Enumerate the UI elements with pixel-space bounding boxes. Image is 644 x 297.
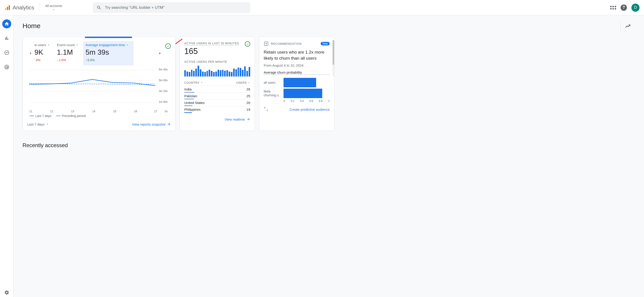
metric-value: 5m 39s xyxy=(86,48,129,56)
left-nav xyxy=(0,15,14,297)
rec-chart-label: Average churn probability xyxy=(264,70,330,75)
bar-chart-icon xyxy=(4,36,9,41)
rec-axis: 00.20.40.60.81 xyxy=(264,100,330,102)
bar-likely-churning xyxy=(284,89,322,98)
add-chart-icon xyxy=(264,41,269,46)
metric-engagement-time[interactable]: Average engagement time 5m 39s ↑ 6.5% xyxy=(83,41,134,66)
caret-down-icon xyxy=(46,122,49,126)
header-right: ? D xyxy=(610,4,640,12)
realtime-label: ACTIVE USERS IN LAST 30 MINUTES xyxy=(184,42,239,46)
table-row[interactable]: India26 xyxy=(184,86,250,92)
churn-bar-chart[interactable]: all users likely churning u... 00.20.40.… xyxy=(264,78,330,102)
recommendation-card: RECOMMENDATION New Retain users who are … xyxy=(259,36,334,131)
insights-button[interactable] xyxy=(620,22,635,32)
insights-icon xyxy=(625,24,630,29)
account-label: All accounts xyxy=(45,4,62,8)
view-reports-link[interactable]: View reports snapshot xyxy=(132,122,171,126)
svg-text:17: 17 xyxy=(154,110,157,113)
expand-icon xyxy=(264,107,268,111)
svg-rect-2 xyxy=(8,5,10,10)
table-row[interactable]: Pakistan25 xyxy=(184,92,250,99)
trend-icon xyxy=(4,50,9,55)
data-quality-badge[interactable] xyxy=(245,41,250,46)
help-icon[interactable]: ? xyxy=(620,4,627,11)
view-realtime-link[interactable]: View realtime xyxy=(224,117,250,121)
svg-text:3m 20s: 3m 20s xyxy=(159,90,168,93)
metric-new-users[interactable]: w users 9K '.4% xyxy=(32,41,55,66)
svg-rect-1 xyxy=(7,6,8,10)
create-audience-link[interactable]: Create predictive audience xyxy=(290,108,330,112)
account-selector[interactable]: All accounts xyxy=(45,4,62,11)
cards-row: w users 9K '.4% Event count 1.1M ↓ 1.6% … xyxy=(22,36,635,131)
realtime-value: 165 xyxy=(184,46,239,56)
metric-delta: ↓ 1.6% xyxy=(57,58,79,62)
table-row[interactable]: Philippines19 xyxy=(184,106,250,113)
check-icon xyxy=(246,42,249,46)
search-bar[interactable] xyxy=(93,2,250,13)
scrollbar[interactable] xyxy=(332,40,334,76)
date-range-select[interactable]: Last 7 days xyxy=(27,122,49,126)
svg-text:15: 15 xyxy=(113,110,116,113)
search-icon xyxy=(96,5,102,10)
card-footer: Last 7 days View reports snapshot xyxy=(27,121,171,126)
check-icon xyxy=(166,44,170,48)
legend-current: Last 7 days xyxy=(30,114,52,118)
per-minute-label: ACTIVE USERS PER MINUTE xyxy=(184,60,250,64)
line-chart[interactable]: 6m 40s 5m 00s 3m 20s 1m 40s 0s xyxy=(27,68,171,113)
svg-text:1m 40s: 1m 40s xyxy=(159,100,168,104)
chevron-right-icon xyxy=(158,51,162,56)
divider xyxy=(40,4,40,12)
chevron-left-icon xyxy=(28,51,33,56)
caret-down-icon xyxy=(76,44,79,46)
main-content: Home w users 9K '.4% Event count xyxy=(14,15,644,297)
apps-icon[interactable] xyxy=(610,6,616,10)
svg-text:5m 00s: 5m 00s xyxy=(159,79,168,82)
svg-text:12: 12 xyxy=(50,110,53,113)
rec-date-range: From August 4 to 10, 2024 xyxy=(264,64,330,67)
rt-table-head: COUNTRY USERS xyxy=(184,80,250,86)
svg-text:14: 14 xyxy=(92,110,96,113)
svg-text:0s: 0s xyxy=(165,110,168,113)
nav-home[interactable] xyxy=(2,19,11,28)
country-header[interactable]: COUNTRY xyxy=(184,81,203,84)
overview-card: w users 9K '.4% Event count 1.1M ↓ 1.6% … xyxy=(22,36,176,131)
bar-all-users xyxy=(284,78,316,87)
metrics-row: w users 9K '.4% Event count 1.1M ↓ 1.6% … xyxy=(27,41,171,66)
caret-down-icon xyxy=(248,82,250,84)
nav-explore[interactable] xyxy=(2,48,11,57)
new-badge: New xyxy=(321,42,330,46)
realtime-card: ACTIVE USERS IN LAST 30 MINUTES 165 ACTI… xyxy=(180,36,255,131)
bar-label-likely: likely churning u... xyxy=(264,90,282,97)
chart-legend: Last 7 days Preceding period xyxy=(27,114,171,118)
data-quality-badge[interactable] xyxy=(166,44,171,49)
metric-value: 9K xyxy=(34,48,50,56)
search-input[interactable] xyxy=(105,6,247,10)
svg-text:6m 40s: 6m 40s xyxy=(159,68,168,71)
metrics-next-button[interactable] xyxy=(157,50,163,56)
svg-text:13: 13 xyxy=(71,110,74,113)
arrow-right-icon xyxy=(167,122,171,126)
logo-block[interactable]: Analytics xyxy=(4,4,34,11)
table-row[interactable]: United States20 xyxy=(184,99,250,106)
home-icon xyxy=(4,22,9,26)
legend-preceding: Preceding period xyxy=(56,114,86,118)
caret-down-icon xyxy=(52,8,55,11)
metric-event-count[interactable]: Event count 1.1M ↓ 1.6% xyxy=(55,41,83,66)
svg-text:Aug: Aug xyxy=(29,112,34,113)
metric-label: Event count xyxy=(57,43,75,47)
nav-reports[interactable] xyxy=(2,34,11,43)
users-header[interactable]: USERS xyxy=(236,81,250,84)
nav-admin[interactable] xyxy=(2,288,11,297)
nav-advertising[interactable] xyxy=(2,62,11,72)
avatar[interactable]: D xyxy=(632,4,640,12)
expand-button[interactable] xyxy=(264,107,268,112)
shell: Home w users 9K '.4% Event count xyxy=(0,15,644,297)
svg-rect-0 xyxy=(5,8,6,10)
per-minute-bar-chart[interactable] xyxy=(184,65,250,76)
recently-accessed-heading: Recently accessed xyxy=(22,142,635,148)
caret-down-icon xyxy=(126,44,129,46)
page-title: Home xyxy=(22,22,635,30)
caret-down-icon xyxy=(200,82,203,84)
engagement-chart-svg: 6m 40s 5m 00s 3m 20s 1m 40s 0s xyxy=(27,68,171,113)
brand-text: Analytics xyxy=(12,4,34,11)
